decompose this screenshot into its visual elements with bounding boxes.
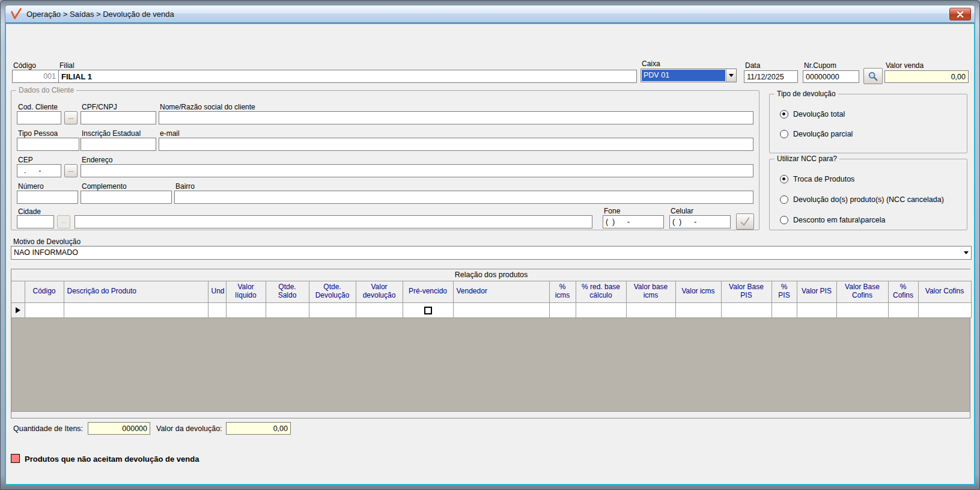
close-button[interactable] (949, 8, 971, 20)
legend-color-swatch (11, 454, 20, 463)
chevron-down-icon (964, 251, 969, 254)
col-descricao: Descrição do Produto (64, 281, 208, 302)
cep-label: CEP (18, 156, 33, 164)
radio-devolucao-ncc-cancelada[interactable]: Devolução do(s) produto(s) (NCC cancelad… (780, 195, 944, 204)
title-bar: Operação > Saídas > Devolução de venda (5, 5, 975, 23)
radio-icon (780, 175, 788, 183)
motivo-selected-value: NAO INFORMADO (12, 247, 960, 259)
numero-label: Número (18, 182, 44, 191)
window-title: Operação > Saídas > Devolução de venda (26, 10, 174, 19)
numero-field[interactable] (17, 191, 78, 204)
row-pointer-icon (16, 307, 20, 313)
col-codigo: Código (25, 281, 64, 302)
filial-field[interactable] (58, 70, 637, 83)
tipo-devolucao-group: Tipo de devolução (769, 94, 967, 153)
bairro-field[interactable] (174, 191, 753, 204)
grid-empty-row[interactable] (11, 302, 971, 317)
valor-devolucao-total-field[interactable] (226, 422, 291, 435)
current-row-indicator (11, 302, 25, 317)
radio-icon (780, 110, 788, 118)
col-pct-cofins: % Cofins (888, 281, 918, 302)
radio-devolucao-total[interactable]: Devolução total (780, 110, 845, 118)
endereco-field[interactable] (81, 164, 753, 177)
radio-desconto-fatura[interactable]: Desconto em fatura\parcela (780, 216, 886, 224)
cpf-cnpj-label: CPF/CNPJ (82, 103, 117, 111)
form-client-area: Código Filial Caixa PDV 01 Data Nr.Cupom… (5, 23, 975, 485)
col-valor-cofins: Valor Cofins (918, 281, 971, 302)
fone-label: Fone (604, 207, 620, 215)
confirm-cliente-button[interactable] (736, 213, 754, 230)
cidade-browse-button[interactable]: ... (57, 215, 70, 228)
col-qtde-saldo: Qtde. Saldo (266, 281, 309, 302)
email-label: e-mail (160, 129, 180, 138)
radio-devolucao-parcial[interactable]: Devolução parcial (780, 130, 853, 138)
col-valor-base-cofins: Valor Base Cofins (836, 281, 888, 302)
col-pct-red-base: % red. base cálculo (576, 281, 626, 302)
qtde-itens-label: Quantidade de Itens: (13, 424, 83, 433)
endereco-label: Endereço (82, 156, 112, 164)
inscricao-label: Inscrição Estadual (82, 129, 141, 138)
caixa-label: Caixa (642, 60, 660, 68)
motivo-label: Motivo de Devolução (13, 237, 81, 246)
close-icon (957, 11, 964, 17)
filial-label: Filial (59, 61, 75, 70)
check-icon (740, 216, 750, 227)
grid-indicator-header (11, 281, 25, 302)
col-valor-base-pis: Valor Base PIS (721, 281, 772, 302)
grid-title: Relação dos produtos (11, 269, 971, 281)
cupom-label: Nr.Cupom (804, 61, 836, 70)
cpf-cnpj-field[interactable] (81, 111, 156, 124)
col-pct-icms: % icms (549, 281, 576, 302)
chevron-down-icon (729, 74, 734, 77)
data-field[interactable] (744, 70, 798, 83)
valor-venda-label: Valor venda (886, 61, 924, 70)
cupom-field[interactable] (803, 70, 859, 83)
motivo-dropdown-button[interactable] (961, 247, 971, 259)
col-pct-pis: % PIS (772, 281, 797, 302)
nome-field[interactable] (159, 111, 753, 124)
cep-browse-button[interactable]: ... (64, 164, 78, 177)
orange-check-logo-icon (10, 8, 22, 20)
complemento-field[interactable] (81, 191, 172, 204)
complemento-label: Complemento (82, 182, 127, 191)
col-valor-base-icms: Valor base icms (626, 281, 675, 302)
radio-icon (780, 130, 788, 138)
cidade-nome-field[interactable] (75, 215, 592, 228)
inscricao-field[interactable] (81, 138, 156, 151)
caixa-selected-value: PDV 01 (642, 70, 725, 81)
celular-label: Celular (671, 207, 693, 215)
codigo-field[interactable] (12, 70, 59, 83)
col-vendedor: Vendedor (453, 281, 549, 302)
search-sale-button[interactable] (863, 68, 883, 84)
data-label: Data (745, 61, 760, 70)
pre-vencido-checkbox[interactable] (424, 307, 432, 314)
radio-troca-produtos[interactable]: Troca de Produtos (780, 175, 854, 183)
bairro-label: Bairro (175, 182, 195, 191)
codigo-label: Código (13, 61, 36, 70)
tipo-pessoa-field[interactable] (17, 138, 79, 151)
produtos-grid: Relação dos produtos Código Descrição do… (11, 269, 970, 418)
fone-field[interactable] (603, 215, 664, 228)
cidade-codigo-field[interactable] (17, 215, 54, 228)
radio-icon (780, 195, 788, 204)
caixa-dropdown-button[interactable] (726, 69, 736, 82)
qtde-itens-field[interactable] (88, 422, 150, 435)
cod-cliente-field[interactable] (17, 111, 61, 124)
col-qtde-devolucao: Qtde. Devolução (309, 281, 356, 302)
tipo-pessoa-label: Tipo Pessoa (18, 129, 58, 138)
email-field[interactable] (159, 138, 753, 151)
cep-field[interactable] (17, 164, 61, 177)
radio-icon (780, 216, 788, 224)
cod-cliente-label: Cod. Cliente (18, 103, 58, 111)
col-valor-icms: Valor icms (675, 281, 721, 302)
grid-horizontal-scrollbar[interactable] (11, 411, 970, 418)
caixa-combobox[interactable]: PDV 01 (641, 69, 737, 82)
nome-label: Nome/Razão social do cliente (160, 103, 255, 111)
valor-venda-field[interactable] (884, 70, 969, 83)
motivo-combobox[interactable]: NAO INFORMADO (11, 246, 972, 260)
tipo-devolucao-group-label: Tipo de devolução (775, 90, 838, 99)
celular-field[interactable] (669, 215, 731, 228)
utilizar-ncc-group-label: Utilizar NCC para? (775, 155, 839, 164)
cod-cliente-browse-button[interactable]: ... (64, 111, 78, 124)
dados-cliente-group-label: Dados do Cliente (16, 86, 76, 95)
